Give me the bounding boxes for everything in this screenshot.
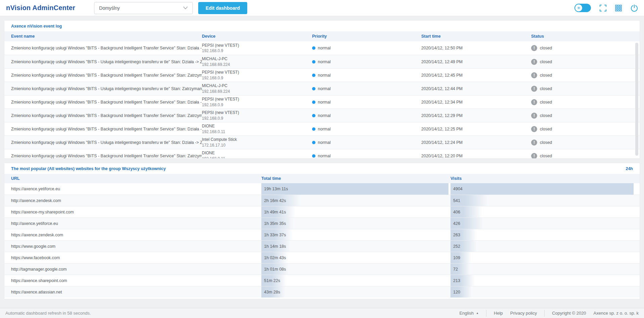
column-header-start-time[interactable]: Start time <box>421 34 531 39</box>
website-row[interactable]: http://tagmanager.google.com1h 01m 08s72 <box>4 263 640 275</box>
column-header-total-time[interactable]: Total time <box>261 176 450 181</box>
period-badge[interactable]: 24h <box>626 166 633 171</box>
refresh-countdown-text: Automatic dashboard refresh in 58 second… <box>5 311 91 316</box>
visits-value: 541 <box>450 198 460 203</box>
url-cell: https://www.facebook.com <box>11 255 261 260</box>
priority-label: normal <box>318 100 331 105</box>
visits-value: 213 <box>450 278 460 283</box>
priority-dot-icon <box>312 87 315 90</box>
website-row[interactable]: http://axence.yetiforce.eu1h 35m 35s426 <box>4 217 640 229</box>
event-log-title[interactable]: Axence nVision event log <box>11 24 62 29</box>
apps-grid-icon[interactable] <box>615 5 622 11</box>
event-log-row[interactable]: Zmieniono konfigurację usługi Windows "B… <box>4 149 640 159</box>
column-header-status[interactable]: Status <box>531 34 640 39</box>
priority-label: normal <box>318 127 331 131</box>
event-log-row[interactable]: Zmieniono konfigurację usługi Windows "B… <box>4 109 640 122</box>
column-header-device[interactable]: Device <box>202 34 312 39</box>
visits-cell: 72 <box>450 264 634 275</box>
device-ip: 192.168.0.9 <box>202 48 312 53</box>
url-cell: https://axence.sharepoint.com <box>11 278 261 283</box>
status-label: closed <box>540 100 552 105</box>
event-log-row[interactable]: Zmieniono konfigurację usługi Windows "B… <box>4 95 640 109</box>
column-header-url[interactable]: URL <box>11 176 261 181</box>
total-time-value: 43m 28s <box>261 290 280 294</box>
edit-dashboard-button[interactable]: Edit dashboard <box>198 2 247 14</box>
popular-websites-title[interactable]: The most popular (All websites) websites… <box>11 166 166 171</box>
total-time-cell: 1h 35m 35s <box>261 218 448 229</box>
website-row[interactable]: https://axence-my.sharepoint.com1h 49m 4… <box>4 206 640 217</box>
start-time-cell: 2020/14/12, 12:25 PM <box>421 127 531 131</box>
language-select[interactable]: English ▲ <box>459 311 479 316</box>
fullscreen-icon[interactable] <box>600 5 606 11</box>
help-link[interactable]: Help <box>494 311 503 316</box>
device-cell: PEPSI (new VTEST)192.168.0.9 <box>202 43 312 53</box>
priority-cell: normal <box>312 154 421 158</box>
website-row[interactable]: http://axence.zendesk.com2h 16m 42s541 <box>4 195 640 206</box>
url-cell: https://axence.yetiforce.eu <box>11 187 261 191</box>
event-name-cell: Zmieniono konfigurację usługi Windows "B… <box>11 46 202 50</box>
website-row[interactable]: https://axence.atlassian.net43m 28s120 <box>4 286 640 297</box>
device-ip: 192.168.0.9 <box>202 116 312 121</box>
status-label: closed <box>540 113 552 118</box>
caret-up-icon: ▲ <box>476 312 479 315</box>
column-header-visits[interactable]: Visits <box>450 176 636 181</box>
event-name-cell: Zmieniono konfigurację usługi Windows "B… <box>11 73 202 78</box>
status-cell: !closed <box>531 140 640 146</box>
auto-refresh-toggle[interactable]: ✳ <box>574 4 591 12</box>
visits-cell: 426 <box>450 218 634 229</box>
start-time-cell: 2020/14/12, 12:45 PM <box>421 73 531 78</box>
status-exclamation-icon: ! <box>531 86 537 92</box>
priority-dot-icon <box>312 60 315 64</box>
privacy-policy-link[interactable]: Privacy policy <box>510 311 537 316</box>
priority-dot-icon <box>312 141 315 144</box>
priority-dot-icon <box>312 154 315 158</box>
event-log-row[interactable]: Zmieniono konfigurację usługi Windows "B… <box>4 122 640 135</box>
power-icon[interactable] <box>631 4 638 12</box>
website-row[interactable]: https://axence.zendesk.com1h 33m 37s263 <box>4 229 640 240</box>
event-log-row[interactable]: Zmieniono konfigurację usługi Windows "B… <box>4 55 640 68</box>
total-time-value: 1h 33m 37s <box>261 233 286 237</box>
device-name: PEPSI (new VTEST) <box>202 70 312 75</box>
status-cell: !closed <box>531 59 640 65</box>
priority-cell: normal <box>312 59 421 64</box>
total-time-value: 2h 16m 42s <box>261 198 286 203</box>
event-name-cell: Zmieniono konfigurację usługi Windows "B… <box>11 140 202 145</box>
priority-dot-icon <box>312 101 315 104</box>
event-log-row[interactable]: Zmieniono konfigurację usługi Windows "B… <box>4 41 640 55</box>
priority-label: normal <box>318 154 331 158</box>
websites-body: https://axence.yetiforce.eu19h 13m 11s49… <box>4 183 640 297</box>
device-ip: 192.168.69.224 <box>202 62 312 67</box>
website-row[interactable]: https://axence.sharepoint.com51m 22s213 <box>4 275 640 286</box>
chevron-down-icon <box>183 6 188 9</box>
dashboard-main: Axence nVision event log Event name Devi… <box>0 16 644 304</box>
event-table-scrollbar[interactable] <box>635 43 638 156</box>
status-exclamation-icon: ! <box>531 113 537 119</box>
website-row[interactable]: https://axence.yetiforce.eu19h 13m 11s49… <box>4 183 640 195</box>
column-header-event-name[interactable]: Event name <box>11 34 202 39</box>
admin-center-page: nVision AdminCenter Domyślny Edit dashbo… <box>0 0 644 318</box>
total-time-cell: 19h 13m 11s <box>261 183 448 195</box>
url-cell: https://www.google.com <box>11 244 261 249</box>
status-cell: !closed <box>531 72 640 78</box>
device-cell: PEPSI (new VTEST)192.168.0.9 <box>202 110 312 121</box>
event-name-cell: Zmieniono konfigurację usługi Windows "B… <box>11 59 202 64</box>
event-log-row[interactable]: Zmieniono konfigurację usługi Windows "B… <box>4 82 640 95</box>
device-cell: DIONE192.168.0.11 <box>202 150 312 159</box>
status-exclamation-icon: ! <box>531 59 537 65</box>
website-row[interactable]: https://www.google.com1h 14m 18s252 <box>4 240 640 252</box>
top-bar: nVision AdminCenter Domyślny Edit dashbo… <box>0 0 644 16</box>
device-name: PEPSI (new VTEST) <box>202 96 312 102</box>
visits-value: 426 <box>450 221 460 226</box>
visits-value: 120 <box>450 290 460 294</box>
event-log-row[interactable]: Zmieniono konfigurację usługi Windows "B… <box>4 135 640 149</box>
total-time-cell: 1h 14m 18s <box>261 241 448 252</box>
website-row[interactable]: https://www.facebook.com1h 02m 43s109 <box>4 252 640 263</box>
priority-cell: normal <box>312 86 421 91</box>
dashboard-select[interactable]: Domyślny <box>94 2 193 14</box>
visits-cell: 541 <box>450 195 634 206</box>
column-header-priority[interactable]: Priority <box>312 34 421 39</box>
visits-value: 252 <box>450 244 460 249</box>
status-exclamation-icon: ! <box>531 45 537 51</box>
event-log-row[interactable]: Zmieniono konfigurację usługi Windows "B… <box>4 68 640 82</box>
event-log-panel: Axence nVision event log Event name Devi… <box>4 20 640 159</box>
